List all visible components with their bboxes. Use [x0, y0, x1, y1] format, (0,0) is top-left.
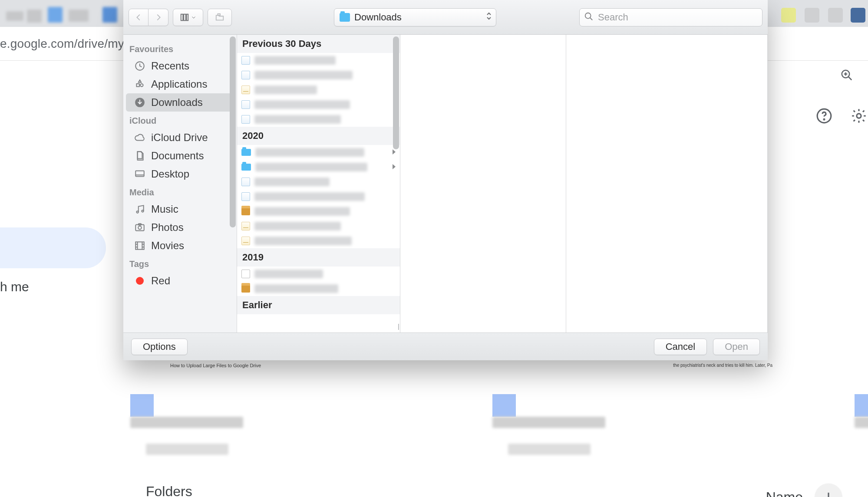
file-list-column: || Previous 30 Days20202019Earlier — [237, 35, 400, 332]
path-popup[interactable]: Downloads — [334, 8, 496, 26]
file-row[interactable] — [237, 189, 400, 204]
back-button[interactable] — [129, 9, 149, 26]
preview-column-1 — [400, 35, 566, 332]
settings-gear-icon[interactable] — [851, 108, 862, 126]
note-icon — [241, 86, 250, 94]
desktop-icon — [134, 168, 146, 180]
dmg-icon — [241, 270, 250, 278]
column-resize-handle[interactable]: || — [398, 323, 398, 330]
folder-icon — [241, 164, 251, 171]
sidebar-item-applications[interactable]: Applications — [126, 75, 234, 93]
svg-line-1 — [848, 77, 852, 80]
file-name-redacted — [255, 163, 367, 171]
photos-icon — [134, 222, 146, 233]
svg-point-19 — [142, 210, 143, 212]
downloads-icon — [134, 97, 146, 108]
sidebar-item-movies[interactable]: Movies — [126, 237, 234, 255]
tag-red-icon — [134, 277, 146, 285]
drive-recent-item[interactable] — [492, 394, 605, 443]
group-button[interactable] — [208, 9, 232, 26]
doc-icon — [241, 115, 250, 124]
sidebar-item-label: Recents — [151, 60, 189, 72]
file-name-redacted — [255, 148, 364, 157]
sidebar-item-label: Applications — [151, 78, 207, 90]
svg-rect-10 — [187, 14, 188, 20]
sidebar-item-label: Desktop — [151, 168, 189, 180]
pkg-icon — [241, 207, 250, 215]
nav-segment — [129, 9, 168, 26]
file-name-redacted — [254, 237, 352, 245]
drive-sort-control[interactable]: Name — [766, 484, 842, 497]
path-label: Downloads — [354, 12, 402, 23]
file-row[interactable] — [237, 204, 400, 219]
file-row[interactable] — [237, 145, 400, 160]
file-name-redacted — [254, 284, 338, 293]
file-row[interactable] — [237, 68, 400, 82]
search-field-wrap — [579, 8, 762, 26]
drive-recent-item[interactable] — [855, 394, 868, 443]
forward-button[interactable] — [149, 9, 168, 26]
file-row[interactable] — [237, 281, 400, 296]
sidebar-item-recents[interactable]: Recents — [126, 57, 234, 75]
sidebar-group-label: Tags — [123, 255, 237, 272]
svg-rect-9 — [184, 14, 186, 20]
file-row[interactable] — [237, 267, 400, 281]
drive-sidebar-selected[interactable] — [0, 227, 106, 268]
sidebar-item-icloud-drive[interactable]: iCloud Drive — [126, 128, 234, 147]
page-zoom-icon[interactable] — [840, 69, 853, 83]
open-button[interactable]: Open — [713, 339, 760, 355]
options-button[interactable]: Options — [131, 339, 188, 355]
note-icon — [241, 237, 250, 245]
file-section-header: 2019 — [237, 248, 400, 267]
sidebar-item-photos[interactable]: Photos — [126, 218, 234, 237]
note-icon — [241, 222, 250, 230]
sidebar-item-desktop[interactable]: Desktop — [126, 165, 234, 183]
open-file-dialog: Downloads FavouritesRecentsApplicationsD… — [123, 0, 768, 360]
search-input[interactable] — [579, 8, 762, 26]
file-name-redacted — [254, 115, 341, 124]
sidebar-item-label: Photos — [151, 221, 184, 234]
dialog-sidebar: FavouritesRecentsApplicationsDownloadsiC… — [123, 35, 237, 332]
sidebar-group-label: iCloud — [123, 112, 237, 128]
doc-icon — [241, 71, 250, 79]
drive-preview-text: the psychiatrist's neck and tries to kil… — [673, 363, 772, 368]
file-row[interactable] — [237, 160, 400, 174]
svg-rect-20 — [135, 225, 144, 231]
file-name-redacted — [254, 178, 330, 186]
file-row[interactable] — [237, 234, 400, 248]
file-row[interactable] — [237, 53, 400, 68]
sidebar-item-label: Documents — [151, 150, 204, 162]
file-row[interactable] — [237, 174, 400, 189]
sidebar-item-music[interactable]: Music — [126, 200, 234, 218]
pkg-icon — [241, 285, 250, 293]
cancel-button[interactable]: Cancel — [654, 339, 707, 355]
sidebar-item-label: Music — [151, 203, 178, 215]
file-row[interactable] — [237, 97, 400, 112]
sidebar-scrollbar[interactable] — [230, 36, 236, 331]
sidebar-group-label: Media — [123, 183, 237, 200]
view-mode-button[interactable] — [173, 9, 203, 26]
preview-column-2 — [566, 35, 768, 332]
drive-preview-text: How to Upload Large Files to Google Driv… — [170, 363, 261, 368]
sidebar-item-label: Red — [151, 275, 170, 287]
svg-rect-11 — [218, 13, 220, 15]
sidebar-item-label: Movies — [151, 240, 184, 252]
folder-icon — [340, 13, 350, 22]
movies-icon — [134, 240, 146, 251]
svg-point-6 — [857, 114, 861, 118]
help-icon[interactable] — [816, 108, 832, 126]
file-row[interactable] — [237, 112, 400, 127]
sidebar-item-documents[interactable]: Documents — [126, 147, 234, 165]
sort-direction-icon[interactable] — [815, 484, 842, 497]
sidebar-item-tag-red[interactable]: Red — [126, 272, 234, 290]
url-text: e.google.com/drive/my- — [0, 37, 128, 51]
file-name-redacted — [254, 207, 350, 216]
file-name-redacted — [254, 192, 365, 201]
file-row[interactable] — [237, 82, 400, 97]
file-row[interactable] — [237, 219, 400, 234]
svg-point-12 — [585, 13, 591, 18]
drive-recent-item[interactable] — [130, 394, 243, 443]
sidebar-item-downloads[interactable]: Downloads — [126, 93, 234, 112]
sidebar-group-label: Favourites — [123, 40, 237, 57]
folder-icon — [241, 149, 251, 156]
